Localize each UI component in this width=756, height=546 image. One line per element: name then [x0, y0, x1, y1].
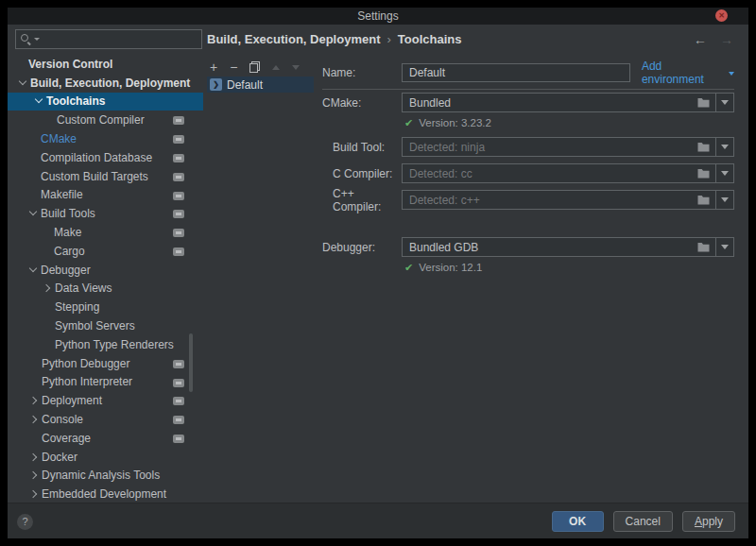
sidebar-item-label: Debugger: [41, 264, 91, 277]
scrollbar-thumb[interactable]: [189, 333, 193, 392]
sidebar-item[interactable]: Console: [8, 410, 203, 429]
toolchain-list: ❯ Default: [207, 77, 314, 93]
combo-box[interactable]: Detected: ninja: [402, 137, 734, 157]
sidebar-item-label: Cargo: [54, 245, 85, 258]
remove-toolchain-button[interactable]: −: [230, 60, 237, 74]
sidebar-item[interactable]: Embedded Development: [8, 485, 203, 503]
sidebar-item[interactable]: Compilation Database: [8, 148, 203, 167]
settings-search[interactable]: [15, 29, 202, 49]
field-label: CMake:: [322, 96, 402, 110]
combo-box[interactable]: Detected: cc: [402, 163, 734, 183]
monitor-icon: [173, 416, 184, 424]
combo-dropdown-button[interactable]: [715, 238, 733, 256]
sidebar-item[interactable]: Version Control: [8, 55, 203, 74]
toolchain-item-label: Default: [227, 78, 263, 92]
breadcrumb: Build, Execution, Deployment›Toolchains: [207, 25, 461, 55]
toolchain-name-field[interactable]: [402, 63, 630, 82]
monitor-icon: [173, 192, 184, 200]
help-button[interactable]: ?: [17, 514, 33, 530]
sidebar-item[interactable]: Python Interpreter: [8, 373, 203, 392]
sidebar-item[interactable]: Custom Compiler: [8, 111, 203, 129]
combo-box[interactable]: Bundled GDB: [402, 237, 734, 257]
back-arrow-icon[interactable]: ←: [694, 32, 707, 47]
apply-button[interactable]: Apply: [682, 511, 735, 532]
combo-box[interactable]: Bundled: [402, 93, 734, 112]
sidebar-item-label: Make: [54, 226, 81, 239]
add-toolchain-button[interactable]: +: [210, 60, 217, 74]
sidebar-item[interactable]: Dynamic Analysis Tools: [8, 467, 203, 486]
sidebar-item[interactable]: Debugger: [8, 261, 203, 280]
sidebar-item[interactable]: Custom Build Targets: [8, 167, 203, 186]
toolchain-icon: ❯: [210, 78, 222, 91]
name-label: Name:: [322, 66, 402, 79]
copy-toolchain-icon[interactable]: [249, 61, 260, 73]
sidebar-item-label: Custom Build Targets: [41, 170, 148, 183]
form-separator: [322, 89, 734, 90]
chevron-icon[interactable]: [42, 282, 55, 295]
search-input[interactable]: [40, 33, 201, 46]
chevron-icon[interactable]: [28, 413, 42, 426]
combo-box[interactable]: Detected: c++: [402, 190, 734, 210]
sidebar-item[interactable]: Symbol Servers: [8, 316, 203, 335]
name-row: Name: Add environment: [322, 62, 734, 82]
chevron-down-icon: [729, 72, 734, 76]
move-up-icon[interactable]: [272, 65, 280, 70]
sidebar-item[interactable]: Cargo: [8, 242, 203, 261]
close-icon[interactable]: ✕: [715, 9, 728, 22]
chevron-icon[interactable]: [28, 451, 42, 464]
combo-dropdown-button[interactable]: [715, 164, 733, 182]
sidebar-item[interactable]: Build, Execution, Deployment: [8, 74, 203, 93]
chevron-icon[interactable]: [27, 207, 41, 220]
sidebar-item[interactable]: Deployment: [8, 391, 203, 410]
monitor-icon: [173, 135, 184, 144]
breadcrumb-section[interactable]: Build, Execution, Deployment: [207, 32, 380, 46]
sidebar-item[interactable]: Makefile: [8, 186, 203, 205]
chevron-icon[interactable]: [33, 94, 46, 108]
ok-button[interactable]: OK: [552, 511, 604, 532]
chevron-icon[interactable]: [28, 394, 42, 407]
sidebar-item[interactable]: Docker: [8, 448, 203, 467]
form-field: CMake: Bundled ✔ Version: 3.23.2: [322, 93, 734, 130]
sidebar-item[interactable]: Python Debugger: [8, 354, 203, 373]
chevron-icon[interactable]: [28, 487, 42, 501]
sidebar-item[interactable]: Toolchains: [8, 93, 203, 111]
apply-mnemonic: A: [695, 515, 702, 528]
sidebar-item[interactable]: Stepping: [8, 298, 203, 316]
monitor-icon: [173, 379, 184, 387]
monitor-icon: [173, 397, 184, 405]
sidebar-item[interactable]: Make: [8, 223, 203, 242]
apply-rest: pply: [702, 515, 723, 528]
sidebar-item[interactable]: Coverage: [8, 429, 203, 448]
sidebar-item[interactable]: Data Views: [8, 280, 203, 299]
sidebar-item-label: Deployment: [42, 394, 102, 407]
sidebar-item[interactable]: Build Tools: [8, 204, 203, 223]
sidebar-item-label: Embedded Development: [42, 487, 166, 501]
breadcrumb-separator: ›: [380, 32, 397, 46]
add-environment-link[interactable]: Add environment: [642, 60, 734, 86]
sidebar-item-label: Build, Execution, Deployment: [30, 77, 190, 90]
sidebar-item[interactable]: CMake: [8, 129, 203, 148]
move-down-icon[interactable]: [292, 65, 300, 70]
sidebar-item[interactable]: Python Type Renderers: [8, 335, 203, 354]
forward-arrow-icon[interactable]: →: [720, 32, 733, 47]
browse-folder-icon[interactable]: [697, 142, 710, 152]
monitor-icon: [173, 116, 184, 125]
chevron-icon[interactable]: [17, 77, 30, 90]
breadcrumb-page: Toolchains: [398, 32, 462, 46]
cancel-button[interactable]: Cancel: [613, 511, 673, 532]
browse-folder-icon[interactable]: [697, 97, 710, 108]
field-label: C++ Compiler:: [322, 187, 402, 213]
combo-dropdown-button[interactable]: [715, 191, 733, 209]
browse-folder-icon[interactable]: [697, 242, 710, 252]
combo-dropdown-button[interactable]: [715, 138, 733, 156]
monitor-icon: [173, 229, 184, 237]
browse-folder-icon[interactable]: [697, 168, 710, 179]
combo-dropdown-button[interactable]: [715, 94, 733, 111]
chevron-icon[interactable]: [27, 264, 41, 277]
combo-value: Bundled GDB: [403, 241, 697, 254]
toolchain-list-item[interactable]: ❯ Default: [207, 77, 314, 93]
sidebar-item-label: Coverage: [42, 432, 91, 445]
chevron-icon[interactable]: [28, 469, 42, 482]
browse-folder-icon[interactable]: [697, 195, 710, 205]
sidebar-item-label: Dynamic Analysis Tools: [42, 469, 160, 482]
